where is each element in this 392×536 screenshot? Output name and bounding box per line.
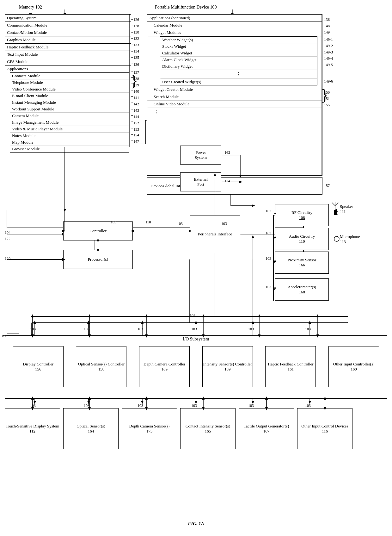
depth-ctrl-box: Depth Camera Controller 169 (139, 346, 190, 387)
other-ctrl-box: Other Input Controller(s) 160 (328, 346, 379, 387)
io-bus-103-1: 103 (30, 327, 36, 332)
intensity-sensor-box: Contact Intensity Sensor(s) 165 (180, 408, 236, 449)
widgets-subbox: Weather Widget(s) Stocks Widget Calculat… (160, 36, 317, 85)
widget-user: User-Created Widget(s) (162, 79, 201, 84)
tactile-box: Tactile Output Generator(s) 167 (239, 408, 294, 449)
intensity-sensor-ref: 165 (186, 429, 230, 434)
bus-103-7: 103 (266, 285, 271, 290)
mem-item-gps: GPS Module (7, 59, 28, 64)
svg-marker-95 (252, 321, 254, 324)
display-ctrl-box: Display Controller 156 (13, 346, 64, 387)
svg-marker-90 (64, 209, 66, 212)
other-input-ref: 116 (301, 429, 348, 434)
optical-ctrl-ref: 158 (78, 367, 125, 372)
ref-106: 106 (2, 334, 7, 339)
intensity-ctrl-label: Intensity Sensor(s) Controller (203, 362, 252, 367)
svg-marker-85 (252, 204, 255, 207)
ref-122: 122 (5, 237, 10, 241)
portable-box: Applications (continued) Calendar Module… (147, 14, 322, 176)
sens-bus-103-3: 103 (138, 403, 143, 408)
other-input-box: Other Input Control Devices 116 (297, 408, 352, 449)
optical-sensor-box: Optical Sensor(s) 164 (63, 408, 119, 449)
bus-103-6: 103 (266, 256, 271, 261)
applications-subbox: Contacts Module Telephone Module Video C… (10, 72, 129, 153)
svg-marker-93 (141, 321, 144, 324)
svg-marker-111 (252, 322, 254, 325)
svg-rect-118 (337, 211, 338, 214)
svg-marker-159 (202, 314, 205, 317)
depth-ctrl-label: Depth Camera Controller (144, 362, 185, 367)
sens-bus-103-6: 103 (305, 403, 311, 408)
widget-stocks: Stocks Widget (162, 44, 186, 49)
audio-box: Audio Circuitry 110 (275, 228, 329, 250)
bus-103-1: 103 (111, 220, 116, 225)
app-workout: Workout Support Module (12, 107, 54, 111)
mem-item-contact: Contact/Motion Module (7, 30, 47, 35)
port-apps-cont: Applications (continued) (149, 16, 190, 20)
peripherals-box: Peripherals Interface (190, 215, 240, 253)
fig-caption: FIG. 1A (0, 521, 392, 527)
bus-103-4: 103 (266, 209, 271, 214)
io-bus-103-2: 103 (84, 327, 89, 332)
processor-label: Processor(s) (88, 257, 108, 262)
intensity-sensor-label: Contact Intensity Sensor(s) (186, 424, 230, 429)
sens-bus-103-2: 103 (84, 403, 89, 408)
io-bus-103-6: 103 (305, 327, 311, 332)
accel-box: Accelerometer(s) 168 (275, 278, 329, 301)
app-camera: Camera Module (12, 113, 39, 118)
widget-dict: Dictionary Widget (162, 64, 193, 69)
controller-box: Controller (63, 221, 133, 240)
mem-item-graphics: Graphics Module (7, 37, 36, 42)
controller-label: Controller (89, 228, 106, 234)
svg-marker-147 (31, 315, 33, 318)
haptic-ctrl-label: Haptic Feedback Controller (268, 362, 313, 367)
io-subsystem-box: I/O Subsystem Display Controller 156 Opt… (5, 335, 387, 399)
power-system-box: PowerSystem (180, 146, 221, 165)
optical-ctrl-label: Optical Sensor(s) Controller (78, 362, 125, 367)
microphone-label: Microphone113 (340, 234, 360, 244)
bus-103-2: 103 (177, 221, 183, 226)
port-widgets: Widget Modules (154, 30, 181, 35)
diagram-container: Memory 102 ⌐ Operating System Communicat… (0, 0, 392, 536)
app-email: E-mail Client Module (12, 93, 48, 98)
external-ref: 124 (224, 179, 230, 184)
app-videoconf: Video Conference Module (12, 87, 56, 91)
port-video: Online Video Module (154, 102, 189, 106)
external-port-label: ExternalPort (194, 177, 208, 187)
depth-sensor-ref: 175 (129, 429, 170, 434)
app-contacts: Contacts Module (12, 73, 40, 78)
svg-point-119 (334, 236, 339, 241)
sens-bus-103-5: 103 (248, 403, 254, 408)
other-ctrl-ref: 160 (333, 367, 375, 372)
mem-item-apps: Applications (7, 66, 28, 72)
svg-marker-153 (88, 314, 91, 317)
device-state-ref: 157 (324, 184, 330, 188)
svg-marker-165 (316, 314, 319, 317)
svg-marker-96 (309, 321, 311, 324)
external-port-box: ExternalPort (180, 172, 221, 191)
memory-box: Operating System Communication Module Co… (5, 14, 131, 147)
bus-103-5: 103 (266, 231, 271, 236)
io-bus-103-3: 103 (138, 327, 143, 332)
processor-box: Processor(s) (63, 250, 133, 269)
display-ctrl-ref: 156 (23, 367, 53, 372)
other-input-label: Other Input Control Devices (301, 424, 348, 429)
device-state-box: Device/Global Internal State (147, 177, 322, 195)
port-widget-creator: Widget Creator Module (154, 87, 193, 92)
proximity-label: Proximity Sensor (288, 258, 316, 263)
app-image: Image Management Module (12, 120, 58, 125)
ref-120: 120 (5, 256, 10, 261)
svg-marker-162 (258, 314, 260, 317)
app-telephone: Telephone Module (12, 80, 43, 85)
app-map: Map Module (12, 140, 34, 145)
sens-bus-103-1: 103 (30, 403, 36, 408)
sens-bus-103-4: 103 (191, 403, 197, 408)
io-title: I/O Subsystem (183, 337, 209, 341)
ref-118: 118 (145, 220, 151, 225)
touch-display-box: Touch-Sensitive Display System 112 (5, 408, 60, 449)
peripherals-label: Peripherals Interface (198, 232, 232, 237)
svg-marker-91 (34, 321, 36, 324)
mem-item-text: Text Input Module (7, 52, 38, 57)
svg-marker-92 (87, 321, 90, 324)
proximity-ref: 166 (288, 263, 316, 268)
